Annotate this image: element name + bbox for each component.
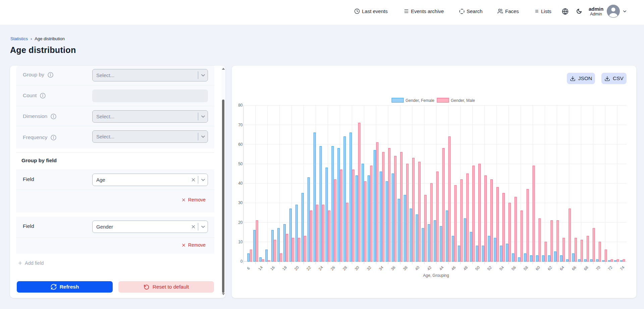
svg-text:30: 30 xyxy=(238,200,243,205)
svg-text:Gender, Female: Gender, Female xyxy=(406,98,434,103)
svg-text:0: 0 xyxy=(240,259,243,264)
svg-text:50: 50 xyxy=(475,265,481,271)
svg-text:46: 46 xyxy=(450,265,457,271)
svg-text:38: 38 xyxy=(402,265,408,271)
svg-text:70: 70 xyxy=(595,265,601,271)
svg-text:48: 48 xyxy=(463,265,469,271)
svg-text:22: 22 xyxy=(306,265,312,271)
svg-text:60: 60 xyxy=(238,142,243,147)
svg-text:34: 34 xyxy=(378,265,384,271)
svg-text:28: 28 xyxy=(342,265,348,271)
svg-text:54: 54 xyxy=(499,265,505,271)
svg-text:Age, Grouping: Age, Grouping xyxy=(423,273,449,278)
svg-text:64: 64 xyxy=(559,265,565,271)
svg-text:32: 32 xyxy=(366,265,372,271)
svg-text:52: 52 xyxy=(487,265,493,271)
svg-text:62: 62 xyxy=(547,265,553,271)
svg-text:36: 36 xyxy=(390,265,396,271)
svg-text:18: 18 xyxy=(282,265,288,271)
svg-text:66: 66 xyxy=(571,265,577,271)
svg-text:44: 44 xyxy=(438,265,444,271)
svg-text:10: 10 xyxy=(238,240,243,244)
svg-text:42: 42 xyxy=(426,265,432,271)
svg-text:26: 26 xyxy=(330,265,336,271)
svg-text:30: 30 xyxy=(354,265,360,271)
svg-text:6: 6 xyxy=(246,266,251,270)
svg-text:Gender, Male: Gender, Male xyxy=(451,98,475,103)
svg-text:58: 58 xyxy=(523,265,529,271)
svg-text:72: 72 xyxy=(607,265,613,271)
svg-text:14: 14 xyxy=(258,265,264,271)
svg-text:56: 56 xyxy=(511,265,517,271)
svg-text:80: 80 xyxy=(238,103,243,108)
svg-text:60: 60 xyxy=(535,265,541,271)
svg-text:40: 40 xyxy=(238,181,243,186)
svg-text:70: 70 xyxy=(238,123,243,127)
svg-text:74: 74 xyxy=(619,265,625,271)
svg-text:20: 20 xyxy=(294,265,300,271)
svg-text:68: 68 xyxy=(583,265,589,271)
svg-text:40: 40 xyxy=(414,265,420,271)
svg-text:24: 24 xyxy=(318,265,324,271)
svg-text:16: 16 xyxy=(270,265,276,271)
svg-text:50: 50 xyxy=(238,162,243,166)
svg-text:20: 20 xyxy=(238,220,243,225)
